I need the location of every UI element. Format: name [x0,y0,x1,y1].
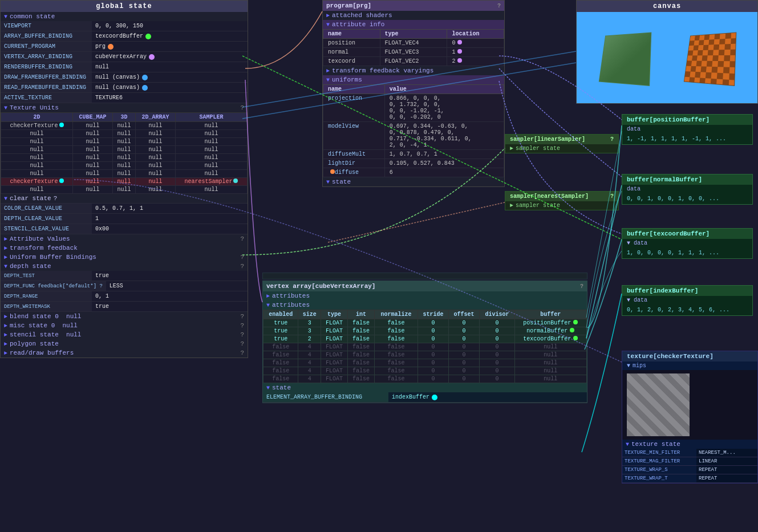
texture-unit-row: nullnullnullnullnull [1,170,248,178]
state-key: DRAW_FRAMEBUFFER_BINDING [1,72,92,82]
uniforms-table: namevalueprojection0.866, 0, 0, 0,0, 1.7… [323,84,504,177]
texture-unit-cell: null [175,186,247,194]
va-row: true3FLOATfalsefalse000normalBuffer [264,327,587,335]
va-cell: 0 [480,375,514,383]
program-state-header[interactable]: ▼ state [323,177,504,186]
uniform-name: lightDir [323,159,385,168]
depth-state-section-header[interactable]: ▼ depth state ? [1,262,248,271]
common-state-row: ARRAY_BUFFER_BINDING texcoordBuffer [1,31,248,42]
more-section-header[interactable]: ► stencil state null ? [1,330,248,339]
more-section-header[interactable]: ► polygon state ? [1,339,248,348]
vertex-array-attributes-header[interactable]: ► attributes [263,291,587,300]
texture-unit-cell: null [73,186,113,194]
buffer-data-label: data [622,125,752,133]
clear-state-header[interactable]: ▼ clear state ? [1,194,248,204]
buffer-title: buffer[normalBuffer] [622,174,752,185]
more-section-header[interactable]: ► misc state 0 null ? [1,321,248,330]
texture-state-header[interactable]: ▼ texture state [622,440,757,449]
va-cell: 4 [298,359,321,367]
sampler-state[interactable]: ► sampler state [505,144,618,153]
vertex-array-attributes-label2: attributes [272,302,310,308]
depth-state-rows: DEPTH_TEST true DEPTH_FUNC feedback[*def… [1,271,248,312]
va-cell: null [514,367,586,375]
attr-cell: normal [323,48,380,57]
sampler-qmark: ? [610,193,614,200]
common-state-rows: VIEWPORT 0, 0, 300, 150 ARRAY_BUFFER_BIN… [1,21,248,103]
va-cell: null [514,359,586,367]
texture-dot [59,178,64,183]
texture-unit-cell: null [1,154,73,162]
texture-unit-cell: null [175,130,247,138]
more-section-header[interactable]: ► read/draw buffers ? [1,348,248,358]
connection-dot [108,44,114,50]
uniform-value: 1, 0.7, 0.7, 1 [384,150,504,159]
connection-dot [149,54,155,60]
state-key: ARRAY_BUFFER_BINDING [1,31,92,41]
more-section-header[interactable]: ► blend state 0 null ? [1,312,248,321]
collapsible-section-header[interactable]: ► transform feedback [1,243,248,253]
uniform-row: diffuseMult1, 0.7, 0.7, 1 [323,150,504,159]
sampler-state[interactable]: ► sampler state [505,201,618,210]
texture-unit-col-header: 3D [112,113,135,122]
va-cell: 0 [449,319,480,327]
texture-state-val: REPEAT [696,474,757,482]
attr-col-header: name [323,30,380,39]
texture-units-table: 2DCUBE_MAP3D2D_ARRAYSAMPLERcheckerTextur… [1,112,248,194]
buffer-dot [573,320,578,324]
va-cell: null [514,351,586,359]
attr-dot [457,49,462,54]
va-col-header: type [321,310,348,319]
uniform-value: 0.866, 0, 0, 0,0, 1.732, 0, 0,0, 0, -1.0… [384,94,504,122]
texture-unit-row: nullnullnullnullnull [1,154,248,162]
clear-state-row: COLOR_CLEAR_VALUE 0.5, 0.7, 1, 1 [1,204,248,214]
attr-row: positionFLOAT_VEC40 [323,39,504,48]
attribute-info-header[interactable]: ▼ attribute info [323,20,504,29]
collapsible-section-header[interactable]: ► Attribute Values ? [1,234,248,243]
texture-unit-cell: null [73,122,113,130]
va-row: false4FLOATfalsefalse000null [264,343,587,351]
clear-key: COLOR_CLEAR_VALUE [1,204,92,213]
attr-cell: texcoord [323,57,380,66]
common-state-arrow: ▼ [4,14,7,20]
attached-shaders-header[interactable]: ► attached shaders [323,11,504,20]
transform-feedback-header[interactable]: ► transform feedback varyings [323,66,504,75]
texture-state-label: texture state [631,441,680,448]
texture-unit-cell: null [136,186,176,194]
texture-panel-title: texture[checkerTexture] [622,351,757,362]
uniform-row: projection0.866, 0, 0, 0,0, 1.732, 0, 0,… [323,94,504,122]
sampler-state-arrow: ► [510,145,513,152]
collapsible-sections: ► Attribute Values ? ► transform feedbac… [1,234,248,271]
buffer-data-label: ▼ data [622,296,752,304]
va-row: false4FLOATfalsefalse000null [264,375,587,383]
vertex-array-state-header[interactable]: ▼ state [263,383,587,392]
texture-unit-cell: null [112,178,135,186]
texture-unit-cell: null [175,170,247,178]
va-cell: 0 [480,351,514,359]
va-row: true2FLOATfalsefalse000texcoordBuffer [264,335,587,343]
buffer-title: buffer[indexBuffer] [622,286,752,296]
vertex-array-qmark: ? [580,283,583,290]
va-cell: 0 [480,359,514,367]
va-col-header: divisor [480,310,514,319]
depth-state-row: DEPTH_FUNC feedback[*default*] ? LESS [1,281,248,291]
uniform-name: modelView [323,122,385,150]
depth-val: true [92,271,248,281]
vertex-array-attributes-header2[interactable]: ▼ attributes [263,300,587,310]
texture-unit-cell: null [112,154,135,162]
texture-units-header[interactable]: ▼ Texture Units ? [1,103,248,112]
common-state-header[interactable]: ▼ common state [1,12,248,21]
texture-unit-row: checkerTexturenullnullnullnearestSampler [1,178,248,186]
state-val: null [92,62,248,72]
va-cell: FLOAT [321,335,348,343]
texture-unit-row: checkerTexturenullnullnullnull [1,122,248,130]
depth-val: true [92,302,248,311]
uniforms-header[interactable]: ▼ uniforms [323,75,504,84]
texture-state-row: TEXTURE_WRAP_T REPEAT [622,474,757,483]
texture-unit-cell: null [175,154,247,162]
va-state-key: ELEMENT_ARRAY_BUFFER_BINDING [263,392,388,402]
va-cell: null [514,375,586,383]
depth-key: DEPTH_TEST [1,271,92,281]
sampler-dot [233,178,238,183]
clear-val: 1 [92,214,248,224]
collapsible-section-header[interactable]: ► Uniform Buffer Bindings ? [1,253,248,262]
